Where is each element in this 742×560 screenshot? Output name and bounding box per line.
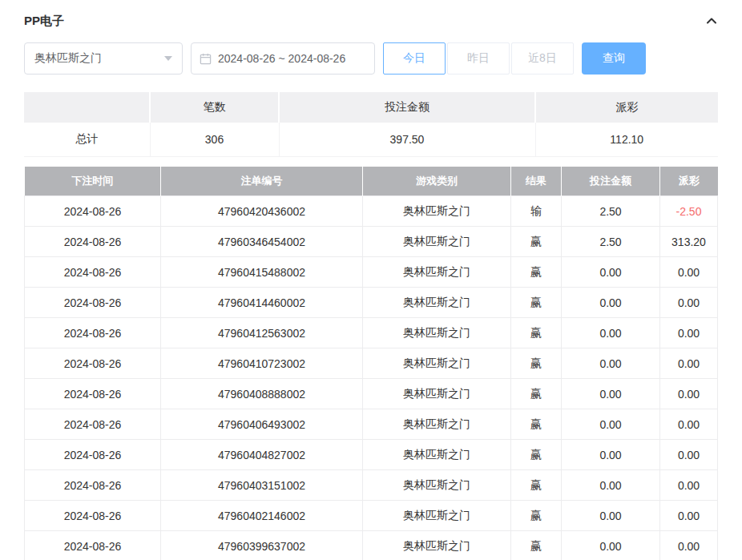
chevron-down-icon [164, 56, 172, 61]
header-result: 结果 [511, 167, 562, 196]
payout-cell: 0.00 [660, 288, 718, 318]
game-type-cell: 奥林匹斯之门 [363, 470, 511, 501]
bet-id-cell: 47960403151002 [161, 470, 363, 501]
summary-header-row: 笔数 投注金额 派彩 [24, 92, 718, 123]
result-cell: 输 [511, 196, 562, 227]
bet-amount-cell: 0.00 [562, 379, 660, 409]
bet-time-cell: 2024-08-26 [25, 196, 161, 227]
result-cell: 赢 [511, 288, 562, 318]
bet-time-cell: 2024-08-26 [25, 288, 161, 318]
yesterday-button[interactable]: 昨日 [447, 42, 510, 75]
payout-cell: 313.20 [660, 227, 718, 257]
header-bet-time: 下注时间 [25, 167, 161, 196]
game-type-cell: 奥林匹斯之门 [363, 196, 511, 227]
bet-amount-cell: 0.00 [562, 531, 660, 560]
calendar-icon [200, 53, 212, 65]
header-game-type: 游戏类别 [363, 167, 511, 196]
table-row: 2024-08-2647960403151002奥林匹斯之门赢0.000.00 [25, 470, 718, 501]
header-payout: 派彩 [660, 167, 718, 196]
bet-id-cell: 47960399637002 [161, 531, 363, 560]
result-cell: 赢 [511, 409, 562, 440]
game-type-cell: 奥林匹斯之门 [363, 257, 511, 288]
game-select-value: 奥林匹斯之门 [34, 51, 102, 66]
summary-header-empty [24, 92, 150, 123]
panel-header: PP电子 [24, 11, 718, 30]
bet-id-cell: 47960408888002 [161, 379, 363, 409]
result-cell: 赢 [511, 257, 562, 288]
bet-time-cell: 2024-08-26 [25, 318, 161, 348]
game-type-cell: 奥林匹斯之门 [363, 409, 511, 440]
result-cell: 赢 [511, 348, 562, 379]
result-cell: 赢 [511, 379, 562, 409]
bet-records-table: 下注时间 注单编号 游戏类别 结果 投注金额 派彩 2024-08-264796… [24, 167, 718, 560]
payout-cell: 0.00 [660, 440, 718, 470]
bet-time-cell: 2024-08-26 [25, 470, 161, 501]
payout-cell: 0.00 [660, 318, 718, 348]
game-type-cell: 奥林匹斯之门 [363, 440, 511, 470]
payout-cell: 0.00 [660, 531, 718, 560]
game-type-cell: 奥林匹斯之门 [363, 318, 511, 348]
summary-header-count: 笔数 [150, 92, 279, 123]
quick-date-button-group: 今日 昨日 近8日 [383, 42, 574, 75]
result-cell: 赢 [511, 501, 562, 531]
today-button[interactable]: 今日 [383, 42, 446, 75]
summary-table: 笔数 投注金额 派彩 总计 306 397.50 112.10 [24, 92, 718, 157]
game-select[interactable]: 奥林匹斯之门 [24, 42, 183, 75]
summary-bet-amount-value: 397.50 [279, 123, 535, 156]
bet-amount-cell: 0.00 [562, 348, 660, 379]
table-row: 2024-08-2647960412563002奥林匹斯之门赢0.000.00 [25, 318, 718, 348]
payout-cell: 0.00 [660, 470, 718, 501]
table-row: 2024-08-2647960420436002奥林匹斯之门输2.50-2.50 [25, 196, 718, 227]
payout-cell: 0.00 [660, 348, 718, 379]
result-cell: 赢 [511, 318, 562, 348]
table-row: 2024-08-2647960404827002奥林匹斯之门赢0.000.00 [25, 440, 718, 470]
game-type-cell: 奥林匹斯之门 [363, 288, 511, 318]
bet-id-cell: 47960412563002 [161, 318, 363, 348]
last-8-days-button[interactable]: 近8日 [511, 42, 574, 75]
result-cell: 赢 [511, 470, 562, 501]
summary-payout-value: 112.10 [535, 123, 718, 156]
bet-amount-cell: 0.00 [562, 501, 660, 531]
bet-amount-cell: 0.00 [562, 257, 660, 288]
payout-cell: 0.00 [660, 409, 718, 440]
date-range-input[interactable]: 2024-08-26 ~ 2024-08-26 [191, 42, 375, 75]
bet-table-body: 2024-08-2647960420436002奥林匹斯之门输2.50-2.50… [25, 196, 718, 560]
panel-title: PP电子 [24, 14, 64, 29]
bet-time-cell: 2024-08-26 [25, 379, 161, 409]
game-type-cell: 奥林匹斯之门 [363, 531, 511, 560]
result-cell: 赢 [511, 227, 562, 257]
result-cell: 赢 [511, 531, 562, 560]
summary-count-value: 306 [150, 123, 279, 156]
bet-id-cell: 47960346454002 [161, 227, 363, 257]
bet-amount-cell: 2.50 [562, 196, 660, 227]
table-row: 2024-08-2647960402146002奥林匹斯之门赢0.000.00 [25, 501, 718, 531]
bet-amount-cell: 0.00 [562, 288, 660, 318]
table-row: 2024-08-2647960410723002奥林匹斯之门赢0.000.00 [25, 348, 718, 379]
bet-id-cell: 47960415488002 [161, 257, 363, 288]
game-type-cell: 奥林匹斯之门 [363, 379, 511, 409]
bet-id-cell: 47960406493002 [161, 409, 363, 440]
table-row: 2024-08-2647960408888002奥林匹斯之门赢0.000.00 [25, 379, 718, 409]
chevron-up-icon[interactable] [705, 14, 718, 27]
bet-amount-cell: 0.00 [562, 440, 660, 470]
result-cell: 赢 [511, 440, 562, 470]
bet-id-cell: 47960410723002 [161, 348, 363, 379]
header-bet-id: 注单编号 [161, 167, 363, 196]
bet-time-cell: 2024-08-26 [25, 409, 161, 440]
game-type-cell: 奥林匹斯之门 [363, 227, 511, 257]
game-type-cell: 奥林匹斯之门 [363, 348, 511, 379]
bet-amount-cell: 2.50 [562, 227, 660, 257]
bet-id-cell: 47960420436002 [161, 196, 363, 227]
table-row: 2024-08-2647960346454002奥林匹斯之门赢2.50313.2… [25, 227, 718, 257]
bet-amount-cell: 0.00 [562, 470, 660, 501]
header-bet-amount: 投注金额 [562, 167, 660, 196]
pp-electronic-panel: PP电子 奥林匹斯之门 2024-08-26 ~ 2024-08-26 今日 昨… [0, 0, 742, 560]
bet-id-cell: 47960402146002 [161, 501, 363, 531]
table-row: 2024-08-2647960414460002奥林匹斯之门赢0.000.00 [25, 288, 718, 318]
search-button[interactable]: 查询 [582, 42, 646, 75]
summary-total-row: 总计 306 397.50 112.10 [24, 123, 718, 156]
bet-amount-cell: 0.00 [562, 318, 660, 348]
payout-cell: 0.00 [660, 379, 718, 409]
summary-header-payout: 派彩 [535, 92, 718, 123]
bet-time-cell: 2024-08-26 [25, 501, 161, 531]
